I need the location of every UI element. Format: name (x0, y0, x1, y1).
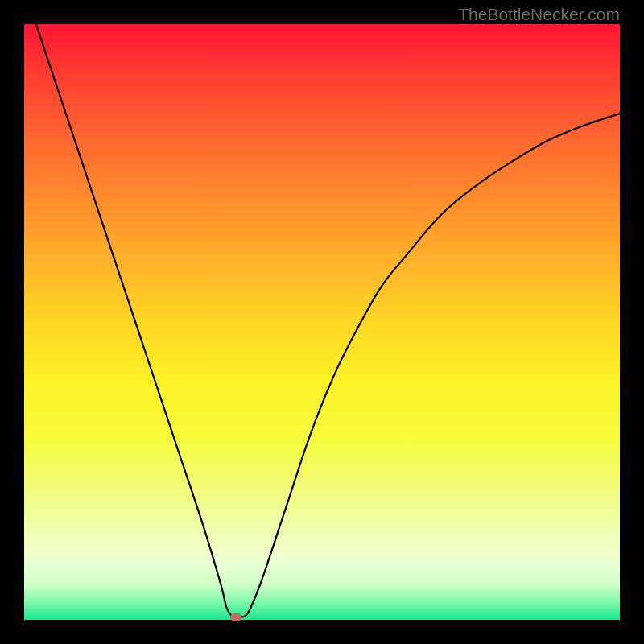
curve-svg (24, 24, 620, 620)
chart-container: TheBottleNecker.com (0, 0, 644, 644)
bottleneck-curve (36, 24, 620, 617)
optimal-point-marker (230, 613, 242, 621)
attribution-text: TheBottleNecker.com (458, 5, 620, 24)
plot-area (24, 24, 620, 620)
